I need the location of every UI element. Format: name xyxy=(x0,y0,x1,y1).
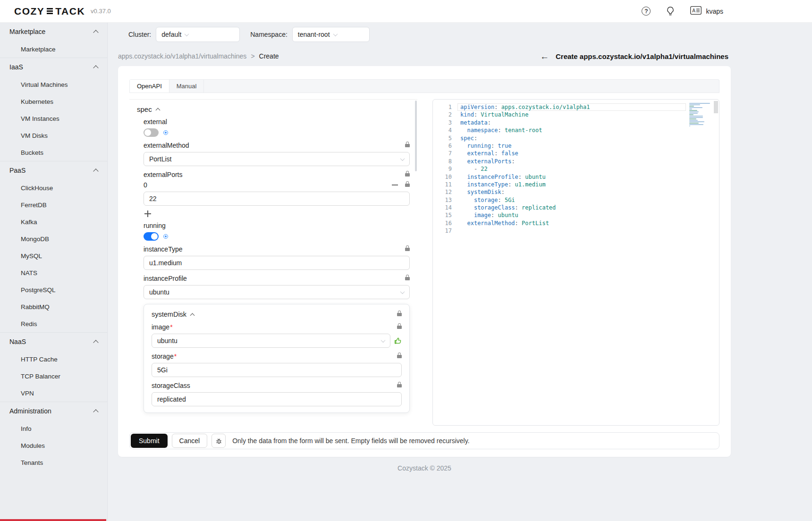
cluster-label: Cluster: xyxy=(128,31,151,38)
sidebar-section-marketplace[interactable]: Marketplace xyxy=(0,23,107,41)
code-line[interactable]: 14 storageClass: replicated xyxy=(433,204,719,211)
cancel-button[interactable]: Cancel xyxy=(172,434,208,448)
minimap-line xyxy=(689,111,699,112)
remove-port-button[interactable] xyxy=(392,185,398,185)
sidebar-item-mysql[interactable]: MySQL xyxy=(0,247,107,264)
back-arrow-icon[interactable] xyxy=(540,52,549,61)
form-scrollbar[interactable] xyxy=(415,101,417,171)
sidebar-item-vm-disks[interactable]: VM Disks xyxy=(0,127,107,144)
sidebar-item-postgresql[interactable]: PostgreSQL xyxy=(0,281,107,298)
code-line[interactable]: 15 image: ubuntu xyxy=(433,211,719,219)
sidebar-item-rabbitmq[interactable]: RabbitMQ xyxy=(0,298,107,315)
editor-scrollbar[interactable] xyxy=(714,101,718,113)
lock-icon[interactable] xyxy=(397,355,402,358)
sidebar-section-label: IaaS xyxy=(9,63,23,71)
sidebar-item-kafka[interactable]: Kafka xyxy=(0,213,107,230)
code-line[interactable]: 17 xyxy=(433,227,719,235)
line-number: 13 xyxy=(433,196,452,204)
sidebar-item-clickhouse[interactable]: ClickHouse xyxy=(0,179,107,196)
namespace-select[interactable]: tenant-root xyxy=(292,27,370,42)
code-line[interactable]: 9 - 22 xyxy=(433,165,719,173)
code-line[interactable]: 10 instanceProfile: ubuntu xyxy=(433,173,719,181)
sidebar-section-iaas[interactable]: IaaS xyxy=(0,58,107,76)
app-logo[interactable]: COZY TACK xyxy=(14,6,85,17)
editor-minimap[interactable] xyxy=(689,103,713,126)
lock-icon[interactable] xyxy=(397,313,402,316)
external-toggle[interactable] xyxy=(144,128,159,137)
breadcrumb-path[interactable]: apps.cozystack.io/v1alpha1/virtualmachin… xyxy=(118,52,246,60)
sidebar-section-label: Marketplace xyxy=(9,28,45,35)
image-label: image xyxy=(152,323,169,331)
page-title: Create apps.cozystack.io/v1alpha1/virtua… xyxy=(556,52,728,60)
sidebar-item-virtual-machines[interactable]: Virtual Machines xyxy=(0,76,107,93)
sidebar-section-administration[interactable]: Administration xyxy=(0,402,107,420)
sidebar-item-tenants[interactable]: Tenants xyxy=(0,454,107,471)
stack-icon xyxy=(47,8,53,14)
sidebar-item-kubernetes[interactable]: Kubernetes xyxy=(0,93,107,110)
sidebar-item-vpn[interactable]: VPN xyxy=(0,385,107,402)
lock-icon[interactable] xyxy=(405,144,410,147)
lock-icon[interactable] xyxy=(405,277,410,280)
storageClass-input[interactable] xyxy=(152,392,402,406)
code-line[interactable]: 8 externalPorts: xyxy=(433,158,719,165)
line-number: 17 xyxy=(433,227,452,235)
externalMethod-select[interactable]: PortList xyxy=(144,152,410,166)
code-line[interactable]: 5spec: xyxy=(433,134,719,142)
lock-icon[interactable] xyxy=(405,173,410,176)
lock-icon[interactable] xyxy=(397,384,402,387)
code-line[interactable]: 1apiVersion: apps.cozystack.io/v1alpha1 xyxy=(433,103,719,111)
spec-body: external externalMethod Po xyxy=(137,118,410,413)
instanceType-input[interactable] xyxy=(144,256,410,270)
field-default-icon xyxy=(163,234,168,239)
add-port-button[interactable] xyxy=(144,210,151,217)
sidebar-item-mongodb[interactable]: MongoDB xyxy=(0,230,107,247)
code-line[interactable]: 11 instanceType: u1.medium xyxy=(433,181,719,188)
lock-icon[interactable] xyxy=(405,184,410,187)
sidebar-item-modules[interactable]: Modules xyxy=(0,437,107,454)
submit-button[interactable]: Submit xyxy=(131,434,168,448)
storage-input[interactable] xyxy=(152,363,402,377)
running-toggle[interactable] xyxy=(144,232,159,241)
tab-openapi[interactable]: OpenAPI xyxy=(130,80,169,92)
code-line[interactable]: 13 storage: 5Gi xyxy=(433,196,719,204)
sidebar-item-ferretdb[interactable]: FerretDB xyxy=(0,196,107,213)
spec-section-header[interactable]: spec xyxy=(137,105,410,113)
lock-icon[interactable] xyxy=(397,326,402,329)
image-select[interactable]: ubuntu xyxy=(152,334,390,348)
code-line[interactable]: 3metadata: xyxy=(433,119,719,126)
code-line[interactable]: 2kind: VirtualMachine xyxy=(433,111,719,118)
sidebar-item-vm-instances[interactable]: VM Instances xyxy=(0,110,107,127)
sidebar-item-http-cache[interactable]: HTTP Cache xyxy=(0,351,107,368)
sidebar-item-marketplace[interactable]: Marketplace xyxy=(0,41,107,58)
user-menu[interactable]: A kvaps xyxy=(690,6,723,16)
sidebar-section-naas[interactable]: NaaS xyxy=(0,333,107,351)
systemDisk-section-header[interactable]: systemDisk xyxy=(152,311,402,318)
tab-manual[interactable]: Manual xyxy=(169,80,204,92)
debug-button[interactable] xyxy=(211,434,226,448)
action-bar: Submit Cancel Only the data from the for… xyxy=(129,432,719,449)
instanceProfile-select[interactable]: ubuntu xyxy=(144,285,410,299)
sidebar-item-redis[interactable]: Redis xyxy=(0,315,107,332)
form-pane: spec external xyxy=(129,99,417,426)
lock-icon[interactable] xyxy=(405,248,410,251)
code-line[interactable]: 7 external: false xyxy=(433,150,719,157)
sidebar-item-info[interactable]: Info xyxy=(0,420,107,437)
logo-text-suffix: TACK xyxy=(55,6,85,17)
port-input[interactable] xyxy=(144,192,410,206)
field-running: running xyxy=(144,222,410,241)
help-icon[interactable] xyxy=(642,7,651,16)
sidebar-section-paas[interactable]: PaaS xyxy=(0,161,107,179)
port-item-index: 0 xyxy=(144,181,147,189)
sidebar-item-tcp-balancer[interactable]: TCP Balancer xyxy=(0,368,107,385)
sidebar-item-nats[interactable]: NATS xyxy=(0,264,107,281)
code-line[interactable]: 12 systemDisk: xyxy=(433,188,719,196)
code-line[interactable]: 16 externalMethod: PortList xyxy=(433,219,719,227)
theme-bulb-icon[interactable] xyxy=(667,7,674,16)
yaml-editor[interactable]: 1apiVersion: apps.cozystack.io/v1alpha12… xyxy=(432,99,719,426)
thumbs-up-icon[interactable] xyxy=(394,337,402,345)
code-line[interactable]: 4 namespace: tenant-root xyxy=(433,126,719,134)
sidebar-item-buckets[interactable]: Buckets xyxy=(0,144,107,161)
code-line[interactable]: 6 running: true xyxy=(433,142,719,150)
cluster-select[interactable]: default xyxy=(156,27,240,42)
storageClass-label: storageClass xyxy=(152,382,190,389)
